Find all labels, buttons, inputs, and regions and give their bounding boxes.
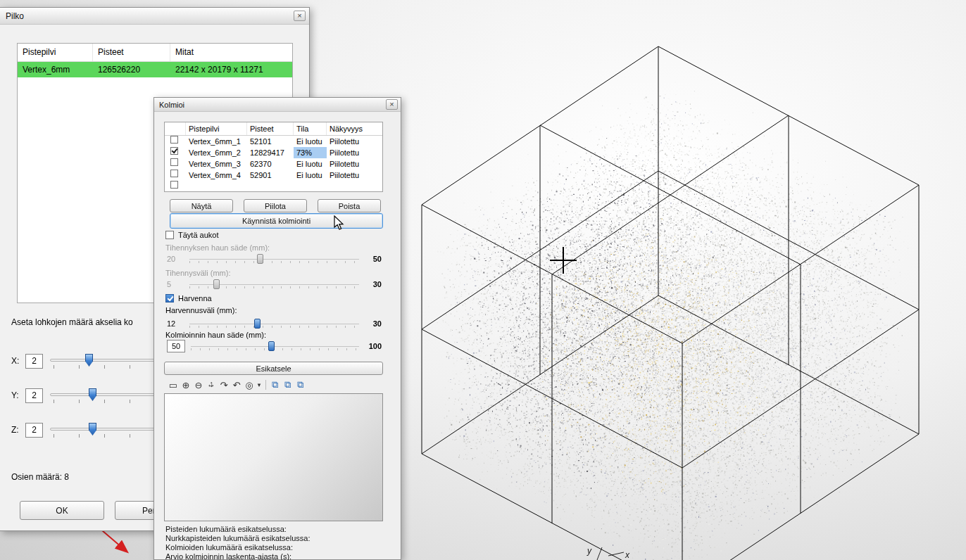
triangulation-radius-slider[interactable] bbox=[191, 341, 359, 352]
fill-holes-checkbox[interactable] bbox=[165, 231, 174, 239]
kolmioi-close-button[interactable]: × bbox=[386, 99, 398, 110]
slider-min-value: 20 bbox=[167, 255, 185, 263]
rotate-cw-icon[interactable]: ↷ bbox=[218, 380, 230, 390]
delete-button[interactable]: Poista bbox=[318, 199, 381, 212]
rotate-ccw-icon[interactable]: ↶ bbox=[230, 380, 243, 390]
slider-min-value: 5 bbox=[167, 280, 185, 288]
row-checkbox[interactable] bbox=[170, 158, 178, 166]
slider-line bbox=[189, 259, 359, 260]
axis-x-label: x bbox=[625, 550, 629, 560]
slider-max-value: 50 bbox=[363, 255, 382, 263]
slider-line bbox=[191, 346, 359, 347]
densify-radius-label: Tihennyksen haun säde (mm): bbox=[165, 243, 270, 252]
cell-visibility: Piilotettu bbox=[327, 170, 382, 181]
y-axis-label: Y: bbox=[11, 390, 25, 400]
axis-y-label: y bbox=[587, 546, 591, 556]
row-checkbox-checked[interactable] bbox=[170, 147, 178, 155]
pilko-table-header: Pistepilvi Pisteet Mitat bbox=[18, 44, 292, 62]
triangulation-radius-label: Kolmioinnin haun säde (mm): bbox=[165, 331, 266, 339]
cell-name: Vertex_6mm_3 bbox=[186, 158, 247, 170]
column-header-checkbox[interactable] bbox=[165, 122, 186, 135]
kolmioi-titlebar[interactable]: Kolmioi × bbox=[154, 98, 401, 112]
triangulation-radius-value-field[interactable]: 50 bbox=[167, 340, 185, 352]
slider-max-value: 100 bbox=[363, 342, 382, 350]
triangulation-preview-area[interactable] bbox=[164, 393, 383, 521]
row-checkbox[interactable] bbox=[170, 181, 178, 189]
pan-icon[interactable]: ↔ ↕ bbox=[205, 378, 218, 391]
cell-name: Vertex_6mm_1 bbox=[186, 136, 247, 147]
slider-thumb[interactable] bbox=[268, 341, 275, 351]
mouse-cursor bbox=[334, 215, 348, 231]
thin-spacing-slider[interactable] bbox=[189, 318, 359, 329]
cell-state: Ei luotu bbox=[294, 170, 327, 181]
column-header-pisteet[interactable]: Pisteet bbox=[93, 44, 170, 61]
z-axis-label: Z: bbox=[11, 425, 25, 435]
densify-radius-slider-row: 20 50 bbox=[167, 253, 382, 265]
cell-visibility: Piilotettu bbox=[327, 136, 382, 147]
viewport-axis-indicator: y x bbox=[586, 542, 635, 560]
preview-statistics: Pisteiden lukumäärä esikatselussa: Nurkk… bbox=[165, 525, 310, 560]
show-button[interactable]: Näytä bbox=[170, 199, 233, 212]
slider-max-value: 30 bbox=[363, 319, 382, 328]
thin-checkbox-checked[interactable] bbox=[165, 294, 174, 303]
cell-name: Vertex_6mm_4 bbox=[186, 170, 247, 181]
ok-button[interactable]: OK bbox=[20, 501, 104, 520]
triangulation-radius-slider-row: 50 100 bbox=[167, 340, 382, 352]
copy-view-icon[interactable]: ⧉ bbox=[282, 379, 294, 390]
table-row[interactable]: Vertex_6mm_1 52101 Ei luotu Piilotettu bbox=[165, 136, 382, 147]
copy-view-icon[interactable]: ⧉ bbox=[294, 379, 307, 390]
y-axis-value-field[interactable]: 2 bbox=[25, 388, 43, 403]
column-header-nakyvyys[interactable]: Näkyvyys bbox=[327, 122, 382, 135]
table-row[interactable]: Vertex_6mm_3 62370 Ei luotu Piilotettu bbox=[165, 158, 382, 170]
select-rectangle-icon[interactable]: ▭ bbox=[167, 380, 180, 390]
cell-state: Ei luotu bbox=[294, 158, 327, 170]
slider-ticks bbox=[189, 261, 359, 263]
stat-time-estimate-label: Arvio kolmioinnin laskenta-ajasta (s): bbox=[165, 552, 310, 560]
cell-state-progress: 73% bbox=[294, 147, 327, 158]
row-checkbox[interactable] bbox=[170, 136, 178, 144]
pilko-titlebar[interactable]: Pilko × bbox=[0, 8, 309, 25]
slider-thumb[interactable] bbox=[257, 254, 263, 264]
preview-toolbar: ▭ ⊕ ⊖ ↔ ↕ ↷ ↶ ◎ ▾ ⧉ ⧉ ⧉ bbox=[164, 378, 307, 392]
fit-view-dropdown-icon[interactable]: ▾ bbox=[256, 381, 263, 388]
table-row[interactable]: Vertex_6mm_4 52901 Ei luotu Piilotettu bbox=[165, 170, 382, 181]
slider-line bbox=[189, 324, 359, 324]
table-row-partial[interactable] bbox=[165, 181, 382, 192]
table-row-selected[interactable]: Vertex_6mm 126526220 22142 x 20179 x 112… bbox=[18, 62, 292, 77]
cell-visibility: Piilotettu bbox=[327, 158, 382, 170]
copy-view-icon[interactable]: ⧉ bbox=[269, 379, 282, 390]
cell-mitat: 22142 x 20179 x 11271 bbox=[170, 62, 292, 77]
column-header-mitat[interactable]: Mitat bbox=[170, 44, 292, 61]
fit-view-icon[interactable]: ◎ bbox=[243, 380, 256, 390]
cell-name: Vertex_6mm_2 bbox=[186, 147, 247, 158]
zoom-out-icon[interactable]: ⊖ bbox=[192, 380, 205, 390]
slider-thumb[interactable] bbox=[213, 279, 220, 289]
preview-button[interactable]: Esikatsele bbox=[164, 362, 383, 375]
stat-corner-points-label: Nurkkapisteiden lukumäärä esikatselussa: bbox=[165, 534, 310, 543]
slider-thumb[interactable] bbox=[254, 319, 261, 329]
hide-button[interactable]: Piilota bbox=[244, 199, 307, 212]
column-header-pisteet[interactable]: Pisteet bbox=[247, 122, 294, 135]
zoom-in-icon[interactable]: ⊕ bbox=[180, 380, 192, 390]
column-header-pistepilvi[interactable]: Pistepilvi bbox=[186, 122, 247, 135]
start-triangulation-button[interactable]: Käynnistä kolmiointi bbox=[170, 213, 383, 229]
row-checkbox[interactable] bbox=[170, 170, 178, 177]
cell-state: Ei luotu bbox=[294, 136, 327, 147]
x-axis-label: X: bbox=[11, 356, 25, 366]
crosshair-cursor bbox=[563, 247, 564, 274]
pilko-close-button[interactable]: × bbox=[294, 11, 306, 21]
densify-radius-slider[interactable] bbox=[189, 253, 359, 265]
column-header-pistepilvi[interactable]: Pistepilvi bbox=[18, 44, 93, 61]
x-axis-value-field[interactable]: 2 bbox=[25, 354, 43, 369]
column-header-tila[interactable]: Tila bbox=[294, 122, 327, 135]
slider-min-value: 12 bbox=[167, 319, 185, 328]
blocks-per-axis-label: Aseta lohkojen määrä akselia ko bbox=[11, 317, 133, 327]
stat-points-label: Pisteiden lukumäärä esikatselussa: bbox=[165, 525, 310, 534]
table-row[interactable]: Vertex_6mm_2 12829417 73% Piilotettu bbox=[165, 147, 382, 158]
thin-row: Harvenna bbox=[165, 294, 212, 303]
slider-ticks bbox=[189, 326, 359, 328]
z-axis-value-field[interactable]: 2 bbox=[25, 423, 43, 438]
densify-spacing-slider-row: 5 30 bbox=[167, 279, 382, 290]
densify-spacing-slider[interactable] bbox=[189, 279, 359, 290]
cell-points: 52101 bbox=[247, 136, 294, 147]
